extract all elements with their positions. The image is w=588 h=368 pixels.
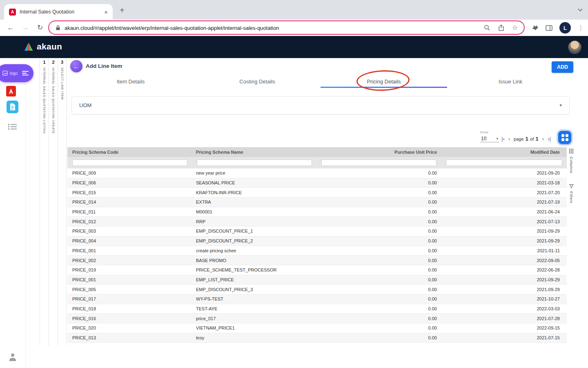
table-row[interactable]: PRICE_020 VIETNAM_PRICE1 0.00 2022-09-15: [67, 323, 567, 333]
table-row[interactable]: PRICE_004 EMP_DISCOUNT_PRICE_2 0.00 2021…: [67, 236, 567, 246]
cell-unit-price: 0.00: [316, 316, 441, 321]
cell-unit-price: 0.00: [316, 287, 441, 292]
cell-schema-code: PRICE_004: [67, 238, 192, 243]
step-tab[interactable]: 2 INTERNAL SALES QUOTATION CREATE: [49, 58, 58, 346]
table-row[interactable]: PRICE_017 WY-PS-TEST 0.00 2021-10-27: [67, 294, 567, 304]
cell-schema-name: SEASONAL PRICE: [192, 180, 316, 185]
rows-per-page-label: Rows: [480, 130, 488, 134]
table-row[interactable]: PRICE_001 EMP_LIST_PRICE 0.00 2021-09-29: [67, 275, 567, 285]
rows-per-page-select[interactable]: 10 ▾: [480, 135, 499, 142]
detail-tab[interactable]: Pricing Details: [321, 76, 447, 87]
table-row[interactable]: PRICE_019 PRICE_SCHEME_TEST_PROCESSOR 0.…: [67, 265, 567, 275]
tab-search-chevron-icon[interactable]: [578, 8, 583, 11]
cell-schema-name: EMP_LIST_PRICE: [192, 277, 316, 282]
back-nav-button[interactable]: ←: [6, 24, 16, 32]
detail-tab[interactable]: Item Details: [67, 76, 194, 87]
first-page-button[interactable]: |‹: [501, 136, 505, 142]
back-button[interactable]: ←: [70, 60, 82, 72]
filter-input-date[interactable]: [446, 159, 562, 166]
reload-button[interactable]: ↻: [35, 24, 45, 32]
filter-input-name[interactable]: [197, 159, 312, 166]
columns-grip-icon[interactable]: [569, 148, 574, 154]
lock-icon[interactable]: [56, 25, 60, 31]
detail-tab[interactable]: Issue Link: [447, 76, 574, 87]
browser-profile-button[interactable]: L: [559, 22, 571, 34]
table-row[interactable]: PRICE_014 EXTRA 0.00 2021-07-19: [67, 197, 567, 207]
browser-menu-icon[interactable]: ⋮: [578, 24, 584, 31]
forward-nav-button[interactable]: →: [20, 24, 30, 32]
logo-alt-text: logo: [10, 71, 18, 76]
table-row[interactable]: PRICE_002 BASE PROMO 0.00 2022-09-05: [67, 256, 567, 265]
tab-close-icon[interactable]: ×: [104, 9, 108, 15]
cell-schema-name: create pricing schee: [192, 248, 316, 253]
browser-tab[interactable]: A Internal Sales Quotation ×: [4, 4, 113, 20]
document-applet-icon[interactable]: [7, 101, 18, 113]
table-row[interactable]: PRICE_006 SEASONAL PRICE 0.00 2021-03-18: [67, 178, 567, 188]
list-menu-icon[interactable]: [8, 123, 17, 130]
cell-modified-date: 2021-09-29: [441, 238, 567, 243]
uom-select[interactable]: UOM ▾: [71, 96, 570, 114]
zoom-icon[interactable]: [484, 25, 490, 31]
cell-schema-code: PRICE_006: [67, 180, 192, 185]
last-page-button[interactable]: ›|: [548, 136, 551, 142]
menu-toggle-icon[interactable]: [22, 71, 29, 76]
table-row[interactable]: PRICE_016 price_017 0.00 2021-07-28: [67, 314, 567, 323]
filter-input-price[interactable]: [321, 159, 437, 166]
bookmark-star-icon[interactable]: ☆: [512, 25, 518, 31]
chevron-down-icon: ▾: [559, 103, 562, 108]
side-panel-icon[interactable]: [546, 25, 552, 31]
table-row[interactable]: PRICE_005 EMP_DISCOUNT_PRICE_3 0.00 2021…: [67, 285, 567, 294]
cell-schema-name: VIETNAM_PRICE1: [192, 325, 316, 330]
address-bar[interactable]: akaun.cloud/#/applet/tnt/wavelet/erp/int…: [50, 22, 523, 34]
previous-page-button[interactable]: ‹: [508, 136, 510, 142]
akaun-brand[interactable]: akaun: [24, 42, 62, 52]
new-tab-button[interactable]: +: [120, 6, 125, 15]
table-row[interactable]: PRICE_015 KRAFTON-INR-PRICE 0.00 2021-07…: [67, 188, 567, 197]
user-person-icon[interactable]: [9, 352, 17, 361]
cell-modified-date: 2021-07-28: [441, 316, 567, 321]
extensions-puzzle-icon[interactable]: [532, 25, 539, 31]
page-title: Add Line Item: [86, 63, 122, 69]
detail-tab-label: Costing Details: [239, 79, 275, 85]
column-header[interactable]: Pricing Schema Name: [192, 150, 316, 155]
table-row[interactable]: PRICE_009 new year price 0.00 2021-09-20: [67, 168, 567, 178]
filter-input-code[interactable]: [72, 159, 187, 166]
filters-tool-label[interactable]: Filters: [569, 191, 574, 203]
cell-schema-code: PRICE_001: [67, 277, 192, 282]
sidebar-logo-button[interactable]: logo: [0, 64, 33, 82]
detail-tab[interactable]: Costing Details: [194, 76, 321, 87]
pdf-applet-icon[interactable]: [6, 86, 16, 96]
url-text: akaun.cloud/#/applet/tnt/wavelet/erp/int…: [65, 25, 476, 31]
cell-schema-name: KRAFTON-INR-PRICE: [192, 190, 316, 195]
filter-funnel-icon[interactable]: [569, 184, 574, 188]
table-row[interactable]: PRICE_011 M00001 0.00 2021-06-24: [67, 207, 567, 217]
step-label: INTERNAL SALES QUOTATION LISTING: [42, 67, 46, 134]
step-number: 2: [52, 60, 54, 66]
cell-unit-price: 0.00: [316, 296, 441, 301]
column-header[interactable]: Purchase Unit Price: [316, 150, 441, 155]
columns-tool-label[interactable]: Columns: [569, 157, 574, 173]
share-icon[interactable]: [498, 25, 504, 31]
cell-schema-code: PRICE_012: [67, 219, 192, 224]
table-settings-grid-button[interactable]: [558, 131, 571, 144]
table-row[interactable]: PRICE_003 EMP_DISCOUNT_PRICE_1 0.00 2021…: [67, 227, 567, 236]
browser-tab-bar: A Internal Sales Quotation × +: [0, 0, 588, 20]
table-row[interactable]: PRICE_001 create pricing schee 0.00 2021…: [67, 246, 567, 256]
next-page-button[interactable]: ›: [542, 136, 544, 142]
user-profile-photo[interactable]: [568, 41, 581, 54]
cell-modified-date: 2022-03-03: [441, 306, 567, 311]
add-button[interactable]: ADD: [552, 61, 573, 73]
cell-schema-code: PRICE_017: [67, 296, 192, 301]
cell-schema-code: PRICE_015: [67, 190, 192, 195]
cell-schema-name: tesy: [192, 335, 316, 340]
table-row[interactable]: PRICE_012 RRP 0.00 2021-07-13: [67, 217, 567, 227]
column-header[interactable]: Modified Date: [441, 150, 567, 155]
column-header[interactable]: Pricing Schema Code: [67, 150, 192, 155]
table-row[interactable]: PRICE_013 tesy 0.00 2021-07-15: [67, 333, 567, 343]
step-number: 1: [43, 60, 45, 66]
step-tab[interactable]: 1 INTERNAL SALES QUOTATION LISTING: [40, 58, 49, 346]
table-row[interactable]: PRICE_018 TEST-AYE 0.00 2022-03-03: [67, 304, 567, 314]
step-tab[interactable]: 3 SELECT LINE ITEM: [58, 58, 67, 346]
cell-modified-date: 2021-07-15: [441, 335, 567, 340]
detail-tab-label: Issue Link: [499, 79, 523, 85]
